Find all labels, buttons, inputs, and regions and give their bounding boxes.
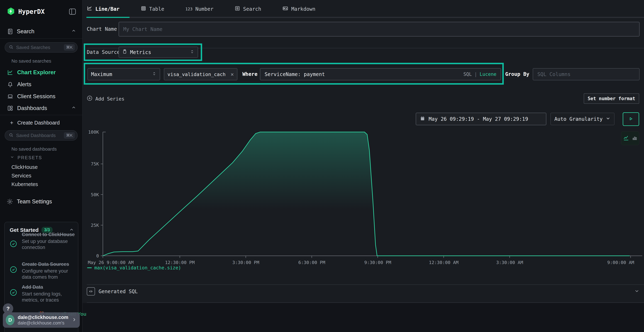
number-123-icon: 123 [185,7,192,11]
sidebar-item-label: Alerts [17,81,31,88]
date-range-picker[interactable]: May 26 09:29:19 - May 27 09:29:19 [416,113,546,125]
chevron-down-icon [634,288,640,294]
cmd-k-shortcut: ⌘K [64,44,75,50]
search-section-icon [7,28,14,35]
no-saved-dashboards-note: No saved dashboards [12,146,57,152]
saved-searches-input[interactable]: Saved Searches ⌘K [5,42,78,52]
granularity-select[interactable]: Auto Granularity [550,113,614,125]
tab-label: Number [195,6,214,12]
metric-chip[interactable]: visa_validation_cach × [164,68,238,80]
svg-text:May 26 9:00:00 AM: May 26 9:00:00 AM [88,260,134,265]
where-value: ServiceName: payment [264,71,325,77]
laptop-icon [7,93,14,100]
avatar: D [6,315,14,325]
preset-kubernetes[interactable]: Kubernetes [12,182,38,187]
user-email: dale@clickhouse.com [18,314,68,320]
add-series-button[interactable]: Add Series [87,95,124,102]
svg-text:3:30:00 AM: 3:30:00 AM [496,260,523,265]
tab-number[interactable]: 123 Number [185,6,214,12]
sidebar-collapse-icon[interactable] [69,8,76,16]
sidebar-item-label: Dashboards [17,105,47,112]
data-source-select[interactable]: Metrics [118,47,198,58]
timeseries-chart[interactable]: 025K50K75K100KMay 26 9:00:00 AM12:30:00 … [83,125,644,270]
group-by-input[interactable]: SQL Columns [533,68,640,80]
get-started-item-desc: Configure where your data comes from [22,268,75,280]
divider [87,284,644,285]
tab-label: Table [149,6,164,12]
sql-mode-button[interactable]: SQL [463,72,472,77]
set-number-format-button[interactable]: Set number format [584,94,639,104]
svg-text:75K: 75K [91,161,99,166]
tab-table[interactable]: Table [140,6,164,12]
tab-label: Line/Bar [95,6,120,12]
close-icon[interactable]: × [230,71,234,78]
legend-line-mark [87,268,92,268]
check-circle-icon [10,284,17,303]
dashboards-icon [7,105,14,112]
sidebar-item-alerts[interactable]: Alerts [0,79,82,90]
tab-label: Search [243,6,261,12]
sidebar-item-client-sessions[interactable]: Client Sessions [0,91,82,102]
get-started-item[interactable]: Connect to ClickHouse Set up your databa… [10,232,75,250]
generated-sql-toggle[interactable]: Generated SQL [87,287,640,296]
search-section-label: Search [17,28,34,35]
get-started-item[interactable]: Create Data Sources Configure where your… [10,261,75,280]
chart-legend[interactable]: max(visa_validation_cache.size) [87,265,181,270]
svg-text:9:00:00 AM: 9:00:00 AM [607,260,634,265]
tab-line-bar[interactable]: Line/Bar [87,6,120,12]
search-icon [8,132,14,138]
get-started-item-title: Add Data [22,284,43,290]
svg-text:12:30:00 AM: 12:30:00 AM [429,260,458,265]
help-button[interactable]: ? [3,304,13,314]
divider [87,302,644,303]
tab-markdown[interactable]: Markdown [282,5,316,13]
team-settings-button[interactable]: Team Settings [6,198,52,205]
main-content: Line/Bar Table 123 Number Search [83,0,644,332]
logo[interactable]: HyperDX [7,7,45,16]
preset-clickhouse[interactable]: ClickHouse [12,164,38,170]
hyperdx-logo-icon [7,7,15,16]
group-by-label: Group By [505,68,529,80]
sidebar-section-search[interactable]: Search [7,28,76,35]
aggregation-value: Maximum [91,71,112,77]
svg-text:9:30:00 PM: 9:30:00 PM [364,260,391,265]
get-started-item[interactable]: Add Data Start sending logs, metrics, or… [10,284,75,303]
legend-series-name: max(visa_validation_cache.size) [94,265,181,270]
aggregation-select[interactable]: Maximum [88,68,160,80]
preset-services[interactable]: Services [12,173,31,179]
chevron-down-icon [606,116,610,122]
search-icon [8,44,14,50]
saved-dashboards-input[interactable]: Saved Dashboards ⌘K [5,130,78,140]
group-by-placeholder: SQL Columns [538,71,570,77]
get-started-item-desc: Set up your database connection [22,238,75,250]
team-settings-label: Team Settings [17,198,52,205]
svg-text:6:30:00 PM: 6:30:00 PM [298,260,325,265]
cmd-k-shortcut: ⌘K [64,132,75,139]
chart-name-input[interactable]: My Chart Name [118,22,640,36]
lucene-mode-button[interactable]: Lucene [480,72,496,77]
svg-text:25K: 25K [91,223,99,228]
run-query-button[interactable] [623,112,639,126]
tab-search[interactable]: Search [234,6,261,12]
user-team: dale@clickhouse.com's [18,320,68,326]
sidebar: HyperDX Search Saved Searches ⌘K No save… [0,0,83,332]
presets-toggle[interactable]: PRESETS [10,155,42,160]
saved-searches-placeholder: Saved Searches [16,45,50,50]
select-updown-icon [152,71,156,77]
sidebar-item-chart-explorer[interactable]: Chart Explorer [0,67,82,78]
where-input[interactable]: ServiceName: payment SQL | Lucene [260,68,501,80]
user-card[interactable]: D dale@clickhouse.com dale@clickhouse.co… [3,312,80,328]
chevron-up-icon[interactable] [71,28,76,35]
sidebar-item-dashboards[interactable]: Dashboards [0,103,82,114]
check-circle-icon [10,261,17,280]
divider [0,38,82,39]
hyperdx-app: HyperDX Search Saved Searches ⌘K No save… [0,0,644,332]
metric-chip-label: visa_validation_cach [168,72,226,77]
date-range-value: May 26 09:29:19 - May 27 09:29:19 [428,116,528,122]
get-started-item-title: Create Data Sources [22,262,69,267]
page-bottom-area [83,303,644,332]
where-label: Where [242,68,258,80]
create-dashboard-button[interactable]: + Create Dashboard [10,120,60,126]
list-icon [234,6,240,12]
chevron-up-icon[interactable] [71,105,76,112]
